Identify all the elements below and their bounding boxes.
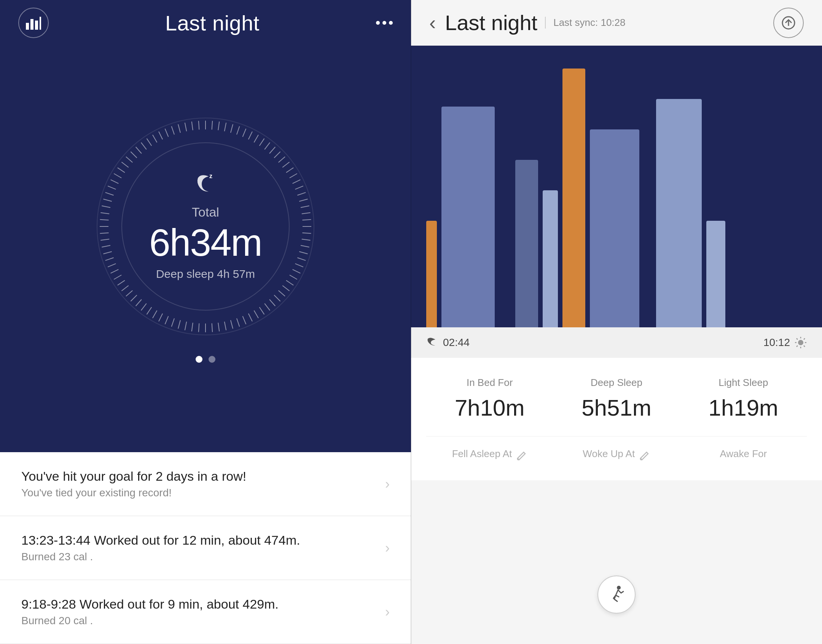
svg-rect-3 <box>40 17 41 30</box>
svg-line-62 <box>141 303 147 310</box>
svg-line-22 <box>295 186 303 190</box>
svg-line-59 <box>159 314 162 322</box>
svg-line-57 <box>172 318 174 327</box>
svg-line-93 <box>159 132 162 140</box>
moon-icon <box>426 336 438 349</box>
svg-line-7 <box>225 123 226 131</box>
svg-line-58 <box>165 316 169 324</box>
svg-line-92 <box>153 135 157 142</box>
svg-line-21 <box>293 180 301 183</box>
workout2-content: 9:18-9:28 Worked out for 9 min, about 42… <box>21 597 279 627</box>
svg-line-71 <box>105 258 114 260</box>
page-dot-1[interactable] <box>196 356 202 363</box>
right-panel: ‹ Last night Last sync: 10:28 <box>411 0 822 644</box>
svg-line-50 <box>218 323 219 332</box>
svg-line-54 <box>192 323 193 332</box>
stats-grid: In Bed For 7h10m Deep Sleep 5h51m Light … <box>426 377 807 421</box>
svg-line-17 <box>279 157 285 163</box>
workout1-list-item[interactable]: 13:23-13:44 Worked out for 12 min, about… <box>0 516 411 580</box>
left-header: Last night <box>0 0 411 46</box>
svg-line-38 <box>282 285 289 291</box>
left-title: Last night <box>165 11 260 35</box>
sleep-circle: z Total 6h34m Deep sleep 4h 57m <box>91 112 320 341</box>
svg-line-96 <box>178 124 180 132</box>
chevron-icon-workout2: › <box>385 604 390 620</box>
svg-line-40 <box>274 295 280 301</box>
right-header: ‹ Last night Last sync: 10:28 <box>411 0 822 46</box>
panel-divider <box>411 0 411 644</box>
edit-icon-1[interactable] <box>516 450 527 461</box>
workout1-title: 13:23-13:44 Worked out for 12 min, about… <box>21 533 300 548</box>
svg-line-84 <box>114 174 121 178</box>
chart-button[interactable] <box>18 8 49 38</box>
svg-line-94 <box>165 129 169 137</box>
svg-line-45 <box>249 314 252 322</box>
activity-fab[interactable] <box>597 575 636 614</box>
woke-up-label: Woke Up At <box>583 448 635 459</box>
workout2-list-item[interactable]: 9:18-9:28 Worked out for 9 min, about 42… <box>0 580 411 644</box>
deep-sleep-stat-label: Deep Sleep <box>553 377 680 389</box>
back-button[interactable]: ‹ <box>429 11 437 34</box>
edit-icon-2[interactable] <box>639 450 650 461</box>
svg-line-112 <box>804 338 805 340</box>
chart-bar-8 <box>706 221 725 327</box>
menu-button[interactable] <box>376 21 393 25</box>
svg-line-73 <box>102 245 110 247</box>
svg-line-70 <box>108 264 116 267</box>
svg-rect-0 <box>26 23 29 30</box>
chart-bar-4 <box>543 190 558 327</box>
menu-dot-2 <box>382 21 386 25</box>
goal-content: You've hit your goal for 2 days in a row… <box>21 469 246 499</box>
svg-line-26 <box>302 213 311 214</box>
workout1-content: 13:23-13:44 Worked out for 12 min, about… <box>21 533 300 563</box>
workout2-subtitle: Burned 20 cal . <box>21 615 279 627</box>
sleep-chart <box>411 46 822 327</box>
stat-deep-sleep: Deep Sleep 5h51m <box>553 377 680 421</box>
svg-line-5 <box>212 121 213 130</box>
light-sleep-label: Light Sleep <box>680 377 807 389</box>
chart-start-time: 02:44 <box>443 336 470 349</box>
svg-line-29 <box>302 233 311 234</box>
activity-list: You've hit your goal for 2 days in a row… <box>0 452 411 644</box>
svg-line-66 <box>121 285 128 291</box>
page-dot-2[interactable] <box>209 356 215 363</box>
timeline-start: 02:44 <box>426 336 470 349</box>
svg-line-6 <box>218 121 219 130</box>
svg-line-72 <box>103 252 112 254</box>
svg-line-75 <box>100 233 109 234</box>
workout2-title: 9:18-9:28 Worked out for 9 min, about 42… <box>21 597 279 612</box>
goal-title: You've hit your goal for 2 days in a row… <box>21 469 246 484</box>
svg-point-118 <box>617 586 621 590</box>
light-sleep-value: 1h19m <box>680 395 807 421</box>
svg-line-10 <box>243 129 246 137</box>
upload-icon <box>782 16 795 30</box>
sub-stat-woke-up: Woke Up At <box>553 448 680 461</box>
svg-line-68 <box>114 275 121 280</box>
goal-subtitle: You've tied your existing record! <box>21 487 246 499</box>
svg-line-49 <box>225 322 226 330</box>
svg-line-15 <box>269 147 275 153</box>
chart-icon <box>26 16 41 30</box>
right-title: Last night <box>445 10 537 35</box>
goal-list-item[interactable]: You've hit your goal for 2 days in a row… <box>0 452 411 516</box>
chart-end-time: 10:12 <box>763 336 790 349</box>
svg-line-67 <box>118 281 125 285</box>
total-time: 6h34m <box>149 223 262 261</box>
chevron-icon-goal: › <box>385 476 390 492</box>
svg-line-98 <box>192 121 193 130</box>
svg-line-97 <box>185 123 186 131</box>
svg-line-42 <box>264 303 270 310</box>
left-panel: Last night <box>0 0 411 644</box>
svg-line-36 <box>290 275 297 280</box>
in-bed-label: In Bed For <box>426 377 553 389</box>
total-label: Total <box>149 205 262 220</box>
upload-button[interactable] <box>773 8 804 38</box>
svg-line-33 <box>297 258 306 260</box>
stat-light-sleep: Light Sleep 1h19m <box>680 377 807 421</box>
svg-line-24 <box>299 199 307 201</box>
svg-line-16 <box>274 151 280 158</box>
svg-line-87 <box>126 157 132 163</box>
svg-line-91 <box>147 139 152 146</box>
svg-line-41 <box>269 300 275 306</box>
awake-label: Awake For <box>720 448 767 459</box>
